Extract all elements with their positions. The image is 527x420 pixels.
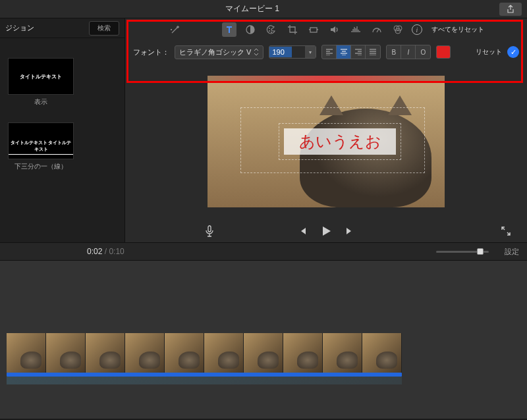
crop-icon[interactable] [285,22,300,37]
text-align-group [321,45,381,59]
italic-button[interactable]: I [401,45,416,59]
next-frame-button[interactable] [345,226,355,236]
share-button[interactable] [499,3,522,16]
inspector-bar: i すべてをリセット [125,18,527,41]
info-icon[interactable]: i [412,24,422,35]
settings-button[interactable]: 設定 [505,247,519,257]
preview-area: i すべてをリセット フォント： ヒラギノ角ゴシック V ▾ B [125,18,527,242]
filter-icon[interactable] [391,22,405,37]
font-size-input[interactable] [269,47,292,57]
magic-wand-icon[interactable] [168,22,182,37]
color-palette-icon[interactable] [264,22,279,37]
thumb-label: 表示 [8,97,74,107]
reset-all-button[interactable]: すべてをリセット [431,25,484,34]
audio-waveform[interactable] [7,377,402,384]
video-frame: あいうえお [208,76,445,207]
text-color-swatch[interactable] [436,45,451,59]
sidebar: ジション 検索 タイトルテキスト 表示 タイトルテキスト タイトルテキスト 下三… [0,18,125,242]
thumb-label: 下三分の一（線） [8,162,74,171]
video-viewer[interactable]: あいうえお [125,63,527,220]
volume-icon[interactable] [327,22,342,37]
bold-button[interactable]: B [387,45,401,59]
font-bar: フォント： ヒラギノ角ゴシック V ▾ B I O [125,41,527,63]
font-family-dropdown[interactable]: ヒラギノ角ゴシック V [175,45,264,59]
title-template-lower-third[interactable]: タイトルテキスト タイトルテキスト 下三分の一（線） [8,122,74,171]
titlebar: マイムービー 1 [0,0,527,18]
reset-button[interactable]: リセット [476,47,502,57]
speed-icon[interactable] [370,22,384,37]
timecode: 0:02 / 0:10 [87,247,125,256]
timeline[interactable] [0,261,527,419]
microphone-icon[interactable] [204,225,215,237]
color-correction-icon[interactable] [243,22,258,37]
svg-rect-4 [310,28,317,32]
apply-check-icon[interactable]: ✓ [507,46,519,58]
svg-point-3 [271,32,272,33]
prev-frame-button[interactable] [297,226,308,236]
fullscreen-icon[interactable] [501,226,511,236]
align-right-button[interactable] [351,45,366,59]
chevron-down-icon[interactable]: ▾ [305,46,316,58]
video-clip[interactable] [7,333,527,373]
align-left-button[interactable] [322,45,337,59]
text-style-group: B I O [386,45,431,59]
timeline-header: 0:02 / 0:10 設定 [0,242,527,261]
title-text-overlay[interactable]: あいうえお [284,128,396,155]
outline-button[interactable]: O [416,45,430,59]
project-title: マイムービー 1 [5,3,499,14]
stabilize-icon[interactable] [306,22,321,37]
font-label: フォント： [133,47,169,57]
align-justify-button[interactable] [366,45,380,59]
playback-bar [125,220,527,242]
title-template-centered[interactable]: タイトルテキスト 表示 [8,58,74,107]
font-size-field[interactable]: ▾ [269,45,316,59]
svg-point-2 [269,30,270,32]
noise-reduction-icon[interactable] [348,22,363,37]
svg-point-1 [269,28,270,29]
align-center-button[interactable] [337,45,351,59]
timeline-zoom-slider[interactable] [436,251,489,253]
text-inspector-icon[interactable] [222,22,236,37]
tab-transitions[interactable]: ジション [5,23,34,33]
svg-rect-8 [208,226,211,232]
play-button[interactable] [319,224,333,238]
search-input[interactable]: 検索 [89,21,119,36]
